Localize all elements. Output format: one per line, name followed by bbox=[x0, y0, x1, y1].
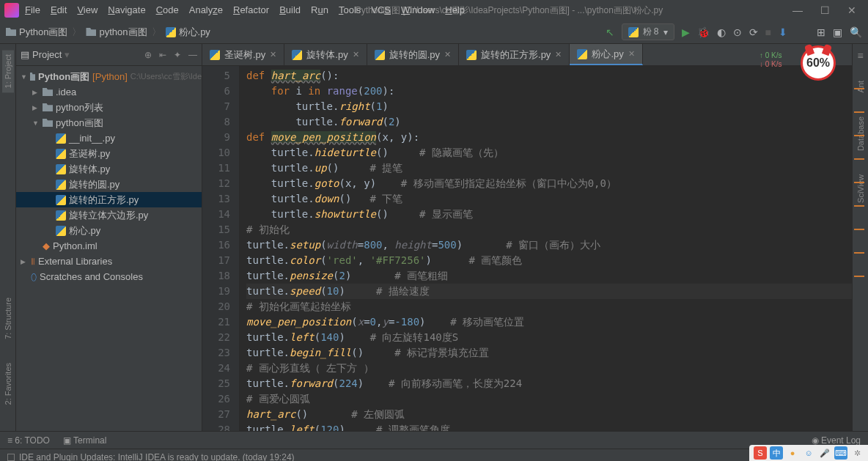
code-line[interactable]: turtle.showturtle() # 显示画笔 bbox=[246, 207, 852, 222]
code-line[interactable]: turtle.setup(width=800, height=500) # 窗口… bbox=[246, 237, 852, 253]
menu-run[interactable]: Run bbox=[311, 4, 328, 13]
run-config-selector[interactable]: 粉 8▾ bbox=[622, 23, 674, 40]
tree-file[interactable]: 粉心.py bbox=[16, 223, 202, 238]
menu-edit[interactable]: Edit bbox=[51, 4, 67, 13]
todo-tab[interactable]: ≡ 6: TODO bbox=[7, 435, 50, 446]
code-line[interactable]: turtle.left(120) # 调整画笔角度 bbox=[246, 422, 852, 431]
warning-mark[interactable] bbox=[854, 111, 864, 113]
code-line[interactable]: # 画爱心圆弧 bbox=[246, 391, 852, 407]
code-area[interactable]: 5678910111213141516171819202122232425262… bbox=[202, 66, 852, 431]
tab-structure[interactable]: 7: Structure bbox=[2, 293, 14, 344]
warning-mark[interactable] bbox=[854, 229, 864, 230]
menu-navigate[interactable]: Navigate bbox=[108, 4, 145, 13]
menu-icon[interactable]: ≡ bbox=[857, 50, 863, 62]
ime-emoji-icon[interactable]: ☺ bbox=[802, 446, 815, 460]
warning-mark[interactable] bbox=[854, 135, 864, 136]
tab-favorites[interactable]: 2: Favorites bbox=[2, 358, 14, 409]
breadcrumb-folder[interactable]: python画图 bbox=[86, 26, 147, 39]
tree-root[interactable]: ▼Python画图 [Python] C:\Users\cc雪影\Ide bbox=[16, 69, 202, 84]
code-line[interactable]: move_pen_position(x=0,y=-180) # 移动画笔位置 bbox=[246, 314, 852, 330]
warning-mark[interactable] bbox=[854, 252, 864, 254]
code-line[interactable]: turtle.color('red', '#FF7256') # 画笔颜色 bbox=[246, 253, 852, 268]
menu-vcs[interactable]: VCS bbox=[371, 4, 391, 13]
close-icon[interactable]: ✕ bbox=[555, 50, 562, 59]
collapse-icon[interactable]: ⇤ bbox=[159, 50, 166, 60]
breadcrumb-file[interactable]: 粉心.py bbox=[166, 26, 210, 39]
ime-settings-icon[interactable]: ✲ bbox=[850, 446, 864, 460]
menu-window[interactable]: Window bbox=[401, 4, 435, 13]
menu-code[interactable]: Code bbox=[156, 4, 179, 13]
code-line[interactable]: turtle.goto(x, y) # 移动画笔到指定起始坐标（窗口中心为0,0… bbox=[246, 176, 852, 191]
code-line[interactable]: turtle.forward(224) # 向前移动画笔，长度为224 bbox=[246, 376, 852, 391]
code-line[interactable]: turtle.up() # 提笔 bbox=[246, 161, 852, 176]
close-button[interactable]: ✕ bbox=[847, 4, 856, 16]
terminal-tab[interactable]: ▣ Terminal bbox=[63, 435, 106, 446]
menu-tools[interactable]: Tools bbox=[339, 4, 361, 13]
code-line[interactable]: turtle.down() # 下笔 bbox=[246, 191, 852, 207]
code-line[interactable]: turtle.speed(10) # 描绘速度 bbox=[246, 284, 852, 299]
ime-keyboard-icon[interactable]: ⌨ bbox=[834, 446, 847, 460]
maximize-button[interactable]: ☐ bbox=[820, 4, 830, 16]
ime-logo-icon[interactable]: S bbox=[754, 446, 767, 460]
ime-lang-icon[interactable]: 中 bbox=[770, 446, 783, 460]
warning-mark[interactable] bbox=[854, 205, 864, 207]
tree-file[interactable]: 旋转的圆.py bbox=[16, 177, 202, 192]
tree-idea[interactable]: ▶.idea bbox=[16, 84, 202, 100]
tree-pydraw[interactable]: ▼python画图 bbox=[16, 115, 202, 130]
tree-scratches[interactable]: ⬯Scratches and Consoles bbox=[16, 269, 202, 284]
coverage-icon[interactable]: ◐ bbox=[717, 26, 726, 38]
build-icon[interactable]: ↖ bbox=[606, 26, 614, 38]
tree-iml[interactable]: ◆Python.iml bbox=[16, 238, 202, 254]
ime-mic-icon[interactable]: 🎤 bbox=[818, 446, 831, 460]
code-line[interactable]: turtle.pensize(2) # 画笔粗细 bbox=[246, 268, 852, 284]
tree-file[interactable]: 旋转体.py bbox=[16, 161, 202, 177]
editor-tab[interactable]: 粉心.py✕ bbox=[570, 44, 642, 65]
menubar[interactable]: File Edit View Navigate Code Analyze Ref… bbox=[0, 4, 465, 13]
breadcrumb-root[interactable]: Python画图 bbox=[6, 26, 67, 39]
stop-icon[interactable]: ■ bbox=[765, 26, 771, 38]
tree-file[interactable]: 旋转立体六边形.py bbox=[16, 207, 202, 223]
structure-icon[interactable]: ⊞ bbox=[817, 26, 825, 38]
event-log-tab[interactable]: ◉ Event Log bbox=[812, 435, 861, 446]
menu-build[interactable]: Build bbox=[279, 4, 301, 13]
code-line[interactable]: turtle.right(1) bbox=[246, 99, 852, 114]
code-content[interactable]: def hart_arc(): for i in range(200): tur… bbox=[239, 66, 852, 431]
minimize-button[interactable]: — bbox=[792, 4, 803, 16]
code-line[interactable]: turtle.left(140) # 向左旋转140度S bbox=[246, 330, 852, 345]
locate-icon[interactable]: ⊕ bbox=[144, 50, 152, 60]
menu-file[interactable]: File bbox=[25, 4, 40, 13]
ime-punct-icon[interactable]: ● bbox=[786, 446, 799, 460]
code-line[interactable]: hart_arc() # 左侧圆弧 bbox=[246, 407, 852, 422]
code-line[interactable]: # 初始化画笔起始坐标 bbox=[246, 299, 852, 314]
hide-icon[interactable]: — bbox=[188, 50, 197, 60]
menu-refactor[interactable]: Refactor bbox=[233, 4, 269, 13]
close-icon[interactable]: ✕ bbox=[353, 50, 359, 59]
tree-pylist[interactable]: ▶python列表 bbox=[16, 100, 202, 115]
concurrency-icon[interactable]: ⟳ bbox=[749, 26, 758, 38]
run-button[interactable]: ▶ bbox=[682, 26, 690, 38]
vcs-update-icon[interactable]: ⬇ bbox=[779, 26, 787, 38]
code-line[interactable]: turtle.begin_fill() # 标记背景填充位置 bbox=[246, 345, 852, 361]
code-line[interactable]: def move_pen_position(x, y): bbox=[246, 130, 852, 145]
close-icon[interactable]: ✕ bbox=[628, 49, 635, 59]
code-line[interactable]: turtle.hideturtle() # 隐藏画笔（先） bbox=[246, 145, 852, 161]
tree-file[interactable]: __init__.py bbox=[16, 130, 202, 146]
menu-view[interactable]: View bbox=[77, 4, 98, 13]
code-line[interactable]: # 画心形直线（ 左下方 ） bbox=[246, 361, 852, 376]
profile-icon[interactable]: ⊙ bbox=[733, 26, 742, 38]
editor-tab[interactable]: 旋转的圆.py✕ bbox=[367, 44, 459, 65]
tab-project[interactable]: 1: Project bbox=[2, 50, 14, 92]
search-icon[interactable]: 🔍 bbox=[850, 26, 862, 38]
code-line[interactable]: # 初始化 bbox=[246, 222, 852, 237]
tree-external-libraries[interactable]: ▶⫴External Libraries bbox=[16, 254, 202, 269]
tree-file[interactable]: 圣诞树.py bbox=[16, 146, 202, 161]
warning-mark[interactable] bbox=[854, 276, 864, 277]
editor-tab[interactable]: 旋转的正方形.py✕ bbox=[459, 44, 570, 65]
close-icon[interactable]: ✕ bbox=[270, 50, 276, 59]
warning-mark[interactable] bbox=[854, 182, 864, 183]
tree-file[interactable]: 旋转的正方形.py bbox=[16, 192, 202, 207]
settings-icon[interactable]: ✦ bbox=[174, 50, 181, 60]
close-icon[interactable]: ✕ bbox=[444, 50, 451, 59]
layout-icon[interactable]: ▣ bbox=[833, 26, 842, 38]
debug-button[interactable]: 🐞 bbox=[697, 26, 710, 38]
